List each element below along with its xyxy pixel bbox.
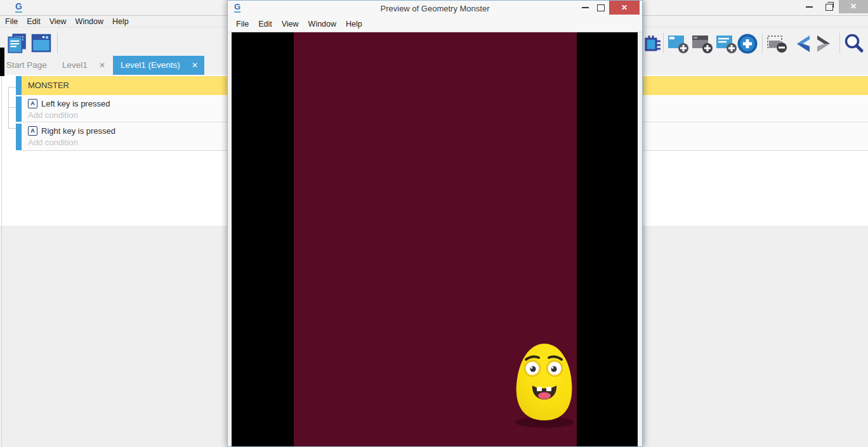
minimize-button[interactable]: [801, 0, 817, 14]
menu-help[interactable]: Help: [112, 17, 129, 26]
restore-icon: [825, 4, 833, 11]
preview-menu-help[interactable]: Help: [346, 20, 362, 29]
condition-text: Right key is pressed: [41, 126, 115, 136]
restore-button[interactable]: [822, 0, 836, 14]
add-event-icon[interactable]: [667, 33, 689, 57]
preview-minimize-button[interactable]: [578, 1, 592, 15]
menu-file[interactable]: File: [5, 17, 18, 26]
menu-edit[interactable]: Edit: [27, 17, 41, 26]
preview-maximize-button[interactable]: [595, 1, 607, 15]
undo-icon[interactable]: [791, 33, 812, 57]
monster-character: [508, 335, 579, 431]
gdevelop-logo-icon: G: [15, 2, 22, 13]
preview-close-button[interactable]: ✕: [609, 1, 640, 15]
tab-start-page[interactable]: Start Page: [6, 56, 47, 75]
preview-menu-window[interactable]: Window: [308, 20, 336, 29]
menu-window[interactable]: Window: [76, 17, 103, 26]
toolbar-separator: [839, 33, 840, 53]
maximize-icon: [597, 4, 605, 11]
event-tree-line: [8, 87, 16, 87]
minimize-icon: [582, 7, 589, 8]
panel-dark-edge: [0, 48, 4, 76]
preview-menu-file[interactable]: File: [236, 20, 249, 29]
open-events-sheet-icon[interactable]: [6, 33, 28, 56]
panel-edge: [1, 75, 2, 447]
disable-event-icon[interactable]: [766, 33, 788, 57]
tab-level1-events-label: Level1 (Events): [121, 60, 180, 70]
gdevelop-app: G ✕ File Edit View Window Help: [0, 0, 868, 447]
preview-window: G Preview of Geometry Monster ✕ File Edi…: [227, 0, 643, 447]
tab-level1-events[interactable]: Level1 (Events) ✕: [113, 56, 204, 75]
toolbar-separator: [57, 33, 58, 53]
preview-title-bar[interactable]: G Preview of Geometry Monster ✕: [228, 1, 642, 17]
search-icon[interactable]: [844, 33, 864, 57]
keyboard-key-icon: A: [28, 99, 37, 108]
tab-level1[interactable]: Level1: [62, 56, 88, 75]
event-tree-line: [8, 128, 16, 129]
redo-icon[interactable]: [815, 33, 836, 57]
event-tree-line: [8, 107, 16, 108]
toolbar-separator: [762, 33, 763, 53]
add-comment-icon[interactable]: [716, 33, 737, 57]
event-tree-line: [8, 87, 9, 129]
debugger-icon[interactable]: [643, 33, 662, 57]
main-menu-bar: File Edit View Window Help: [0, 16, 231, 27]
preview-menu-bar: File Edit View Window Help: [228, 16, 642, 32]
event-group-bar[interactable]: [16, 76, 22, 95]
keyboard-key-icon: A: [28, 126, 37, 136]
game-canvas[interactable]: [232, 32, 638, 446]
add-circle-icon[interactable]: [737, 34, 758, 56]
minimize-icon: [806, 6, 813, 8]
close-button[interactable]: ✕: [839, 0, 868, 13]
tab-level1-close-icon[interactable]: ✕: [99, 56, 105, 75]
toolbar-separator: [663, 33, 664, 53]
event-bar[interactable]: [16, 124, 22, 150]
add-sub-event-icon[interactable]: [692, 33, 713, 57]
condition-text: Left key is pressed: [41, 99, 110, 108]
tab-level1-events-close-icon[interactable]: ✕: [192, 56, 198, 75]
menu-view[interactable]: View: [49, 17, 67, 26]
preview-menu-view[interactable]: View: [282, 20, 299, 29]
preview-menu-edit[interactable]: Edit: [258, 20, 272, 29]
event-bar[interactable]: [16, 96, 22, 122]
open-scene-editor-icon[interactable]: [30, 33, 52, 56]
